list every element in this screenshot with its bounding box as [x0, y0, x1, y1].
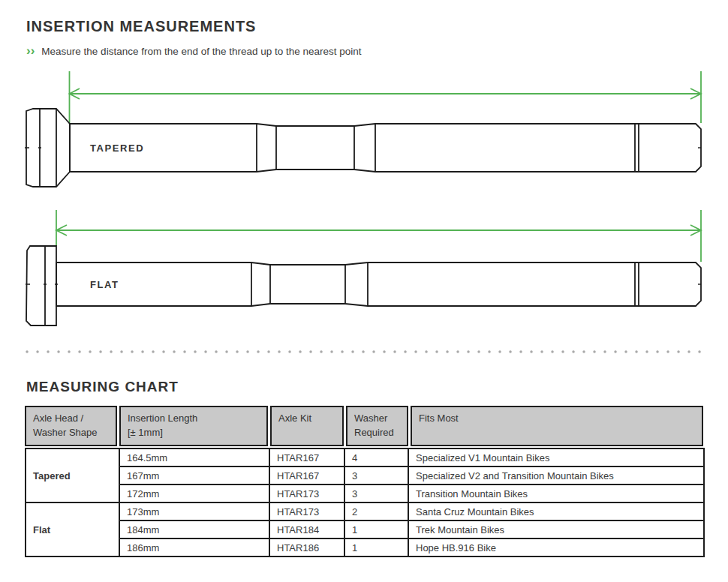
- chart-heading: MEASURING CHART: [26, 379, 703, 395]
- axle-kit-cell: HTAR173: [269, 502, 344, 520]
- table-row: Flat 173mm HTAR173 2 Santa Cruz Mountain…: [26, 502, 704, 520]
- insertion-measurements-page: INSERTION MEASUREMENTS ›› Measure the di…: [0, 0, 728, 582]
- washer-cell: 2: [344, 502, 408, 520]
- table-row: Tapered 164.5mm HTAR167 4 Specialized V1…: [26, 448, 704, 466]
- subtitle: ›› Measure the distance from the end of …: [26, 45, 703, 58]
- fits-cell: Trek Mountain Bikes: [408, 520, 704, 538]
- flat-label: FLAT: [90, 279, 119, 290]
- table-row: 172mm HTAR173 3 Transition Mountain Bike…: [26, 484, 704, 502]
- washer-cell: 3: [344, 466, 408, 484]
- fits-cell: Transition Mountain Bikes: [408, 484, 704, 502]
- subtitle-text: Measure the distance from the end of the…: [41, 46, 361, 57]
- tapered-measurement-arrow: [70, 71, 702, 124]
- table-row: 184mm HTAR184 1 Trek Mountain Bikes: [26, 520, 704, 538]
- measuring-chart-table: Tapered 164.5mm HTAR167 4 Specialized V1…: [25, 448, 705, 557]
- axle-diagrams: TAPERED FLAT: [0, 65, 728, 359]
- flat-axle-drawing: [26, 246, 701, 326]
- insertion-cell: 184mm: [119, 520, 269, 538]
- table-row: 186mm HTAR186 1 Hope HB.916 Bike: [26, 538, 704, 556]
- table-row: 167mm HTAR167 3 Specialized V2 and Trans…: [26, 466, 704, 484]
- tapered-label: TAPERED: [90, 142, 144, 154]
- page-title: INSERTION MEASUREMENTS: [26, 18, 703, 35]
- double-chevron-icon: ››: [26, 44, 35, 57]
- washer-cell: 1: [344, 520, 408, 538]
- fits-cell: Specialized V1 Mountain Bikes: [408, 448, 704, 466]
- flat-shaft: [56, 262, 701, 306]
- fits-cell: Hope HB.916 Bike: [408, 538, 704, 556]
- axle-kit-cell: HTAR184: [269, 520, 344, 538]
- col-header-insertion-length: Insertion Length [± 1mm]: [119, 406, 268, 446]
- washer-cell: 3: [344, 484, 408, 502]
- group-label-flat: Flat: [26, 502, 119, 556]
- axle-kit-cell: HTAR167: [269, 466, 344, 484]
- insertion-cell: 167mm: [119, 466, 269, 484]
- table-header-row: Axle Head / Washer Shape Insertion Lengt…: [25, 406, 703, 446]
- col-header-fits-most: Fits Most: [411, 406, 703, 446]
- washer-cell: 4: [344, 448, 408, 466]
- group-label-tapered: Tapered: [26, 448, 119, 502]
- insertion-cell: 173mm: [119, 502, 269, 520]
- insertion-cell: 186mm: [119, 538, 269, 556]
- col-header-washer-required: Washer Required: [346, 406, 408, 446]
- axle-kit-cell: HTAR186: [269, 538, 344, 556]
- washer-cell: 1: [344, 538, 408, 556]
- tapered-head: [26, 109, 70, 187]
- fits-cell: Specialized V2 and Transition Mountain B…: [408, 466, 704, 484]
- insertion-cell: 172mm: [119, 484, 269, 502]
- col-header-axle-kit: Axle Kit: [270, 406, 344, 446]
- insertion-cell: 164.5mm: [119, 448, 269, 466]
- tapered-shaft: [70, 124, 701, 172]
- axle-kit-cell: HTAR173: [269, 484, 344, 502]
- flat-head: [26, 246, 56, 326]
- fits-cell: Santa Cruz Mountain Bikes: [408, 502, 704, 520]
- axle-kit-cell: HTAR167: [269, 448, 344, 466]
- flat-measurement-arrow: [56, 210, 701, 262]
- col-header-axle-head-washer-shape: Axle Head / Washer Shape: [25, 406, 117, 446]
